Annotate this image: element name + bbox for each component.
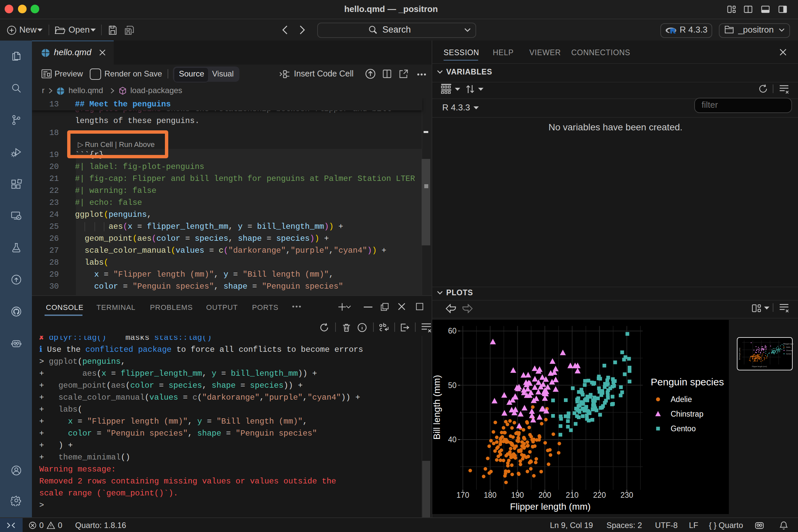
svg-text:Flipper length (mm): Flipper length (mm)	[752, 365, 767, 367]
svg-text:Penguin species: Penguin species	[783, 342, 793, 344]
svg-text:230: 230	[620, 491, 633, 499]
svg-text:Adelie: Adelie	[670, 395, 691, 403]
svg-text:Flipper length (mm): Flipper length (mm)	[510, 501, 590, 511]
svg-text:40: 40	[448, 435, 456, 443]
svg-text:60: 60	[448, 326, 456, 335]
svg-text:Adelie: Adelie	[786, 346, 791, 348]
svg-text:Bill length (mm): Bill length (mm)	[432, 375, 441, 439]
svg-text:200: 200	[538, 491, 551, 499]
svg-text:220: 220	[593, 491, 606, 499]
svg-text:170: 170	[456, 491, 469, 499]
svg-text:Chinstrap: Chinstrap	[786, 349, 793, 351]
svg-text:180: 180	[483, 491, 496, 499]
svg-text:Chinstrap: Chinstrap	[670, 409, 703, 418]
svg-text:Gentoo: Gentoo	[786, 353, 791, 355]
svg-text:Bill length (mm): Bill length (mm)	[739, 347, 740, 359]
svg-text:50: 50	[448, 381, 456, 390]
svg-text:190: 190	[511, 491, 524, 499]
svg-text:Gentoo: Gentoo	[670, 424, 695, 433]
svg-text:210: 210	[566, 491, 578, 499]
svg-text:Penguin species: Penguin species	[650, 376, 723, 387]
